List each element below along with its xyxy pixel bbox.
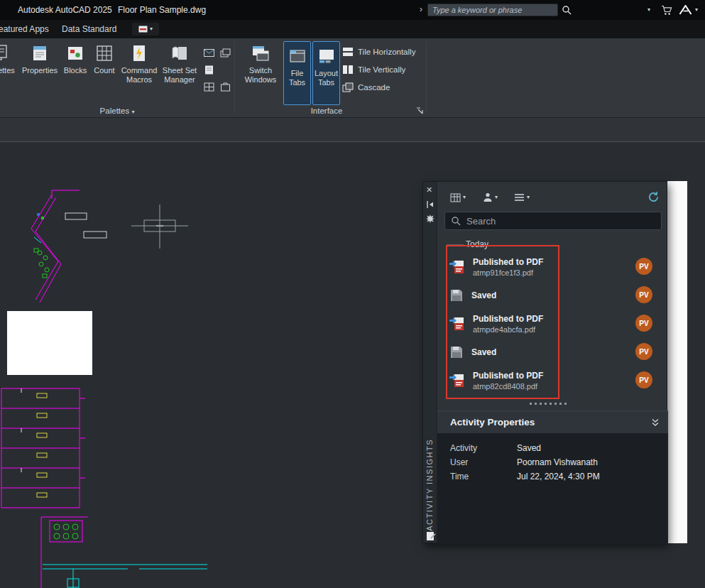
title-bar: Autodesk AutoCAD 2025 Floor Plan Sample.…: [0, 0, 705, 20]
properties-button[interactable]: Properties: [19, 43, 60, 75]
button-label: Count: [94, 66, 114, 75]
account-caret-icon[interactable]: ▾: [695, 7, 698, 13]
workspace-quick-tool-button[interactable]: ▾: [132, 23, 159, 36]
button-label: Properties: [22, 66, 58, 75]
sheet-palette-icon[interactable]: [204, 65, 214, 75]
activity-item[interactable]: Published to PDF atmp82cd8408.pdf: [449, 366, 623, 395]
avatar[interactable]: PV: [635, 371, 652, 388]
activity-item[interactable]: Saved: [449, 281, 623, 310]
interface-dialog-launcher-icon[interactable]: [416, 107, 423, 114]
blocks-button[interactable]: Blocks: [60, 43, 91, 75]
activity-file: atmpde4abcfa.pdf: [473, 325, 543, 334]
panel-label-text: Palettes: [100, 107, 130, 115]
tab-data-standard[interactable]: Data Standard: [62, 24, 116, 34]
layout-tabs-toggle-button[interactable]: Layout Tabs: [312, 41, 340, 105]
property-row: User Poornam Vishwanath: [437, 457, 668, 472]
cart-icon[interactable]: [661, 5, 673, 16]
file-tabs-toggle-button[interactable]: File Tabs: [283, 41, 311, 105]
menu-item-label: Tile Vertically: [358, 65, 405, 74]
ribbon-tab-bar: eatured Apps Data Standard ▾: [0, 20, 705, 38]
activity-file: atmp91fce1f3.pdf: [473, 268, 543, 277]
close-icon[interactable]: ✕: [426, 186, 432, 194]
help-search-input[interactable]: [427, 4, 558, 16]
palettes-panel-caret-icon: ▾: [131, 109, 134, 115]
command-macros-icon: [129, 43, 150, 64]
avatar[interactable]: PV: [635, 343, 652, 360]
autodesk-logo-icon[interactable]: [679, 5, 692, 15]
save-icon: [449, 288, 464, 303]
mail-palette-icon[interactable]: [204, 48, 214, 58]
paper-sheet-edge: [667, 181, 687, 543]
user-filter-caret-icon: ▾: [495, 195, 498, 200]
activity-search-box[interactable]: [444, 212, 662, 230]
activity-item[interactable]: Published to PDF atmpde4abcfa.pdf: [449, 310, 623, 338]
ribbon: ool ettes Properties Blocks Count Comman…: [0, 38, 705, 118]
property-value: Jul 22, 2024, 4:30 PM: [517, 472, 600, 481]
box-palette-icon[interactable]: [220, 82, 231, 92]
tile-vertically-item[interactable]: Tile Vertically: [342, 65, 405, 75]
activity-item[interactable]: Published to PDF atmp91fce1f3.pdf: [449, 253, 623, 281]
cascade-item[interactable]: Cascade: [342, 82, 390, 92]
tile-horizontally-item[interactable]: Tile Horizontally: [342, 47, 415, 57]
button-label: Layout Tabs: [313, 69, 339, 87]
switch-windows-icon: [250, 43, 271, 64]
interface-panel-label: Interface: [236, 107, 417, 115]
count-button[interactable]: Count: [90, 43, 119, 75]
search-expand-chevron-icon[interactable]: ›: [420, 4, 422, 14]
pdf-icon: [449, 372, 466, 389]
user-filter-button[interactable]: ▾: [483, 192, 498, 202]
tab-featured-apps[interactable]: eatured Apps: [0, 24, 49, 34]
activity-file: atmp82cd8408.pdf: [473, 382, 543, 391]
list-scroll-dots[interactable]: [530, 403, 567, 405]
activity-item[interactable]: Saved: [449, 338, 623, 366]
panel-separator: [234, 41, 235, 114]
image-thumbnail-icon: [138, 26, 148, 33]
group-label-today: Today: [466, 239, 488, 249]
group-divider-line: [447, 244, 464, 245]
button-label: ool ettes: [0, 66, 15, 75]
collapse-double-chevron-icon[interactable]: [651, 418, 660, 427]
avatar[interactable]: PV: [635, 286, 652, 303]
search-icon[interactable]: [562, 5, 572, 15]
button-label: Switch Windows: [240, 66, 281, 84]
palettes-panel-label[interactable]: Palettes ▾: [0, 107, 234, 115]
pdf-icon: [449, 315, 466, 332]
activity-properties-body: Activity Saved User Poornam Vishwanath T…: [437, 433, 668, 544]
sheet-set-manager-button[interactable]: Sheet Set Manager: [159, 43, 200, 84]
panel-label-text: Interface: [311, 107, 343, 115]
refresh-icon[interactable]: [647, 191, 660, 203]
activity-title: Saved: [471, 347, 496, 357]
activity-title: Saved: [471, 290, 496, 300]
activity-type-filter-button[interactable]: ▾: [514, 193, 530, 202]
tile-vertically-icon: [342, 65, 354, 75]
activity-search-input[interactable]: [465, 215, 655, 227]
palette-title-strip: ✕ ACTIVITY INSIGHTS: [423, 182, 437, 543]
file-tabs-icon: [287, 45, 308, 67]
switch-windows-button[interactable]: Switch Windows: [240, 43, 281, 84]
property-label: User: [450, 457, 468, 467]
date-range-filter-button[interactable]: ▾: [450, 192, 466, 202]
app-title: Autodesk AutoCAD 2025: [18, 5, 112, 15]
activity-title: Published to PDF: [473, 314, 543, 324]
titlebar-menu-caret-icon[interactable]: ▾: [647, 7, 650, 13]
save-icon: [449, 344, 464, 360]
blocks-icon: [65, 43, 86, 64]
command-macros-button[interactable]: Command Macros: [119, 43, 159, 84]
palette-settings-gear-icon[interactable]: [426, 214, 435, 223]
layers-palette-icon[interactable]: [220, 48, 231, 58]
grid-palette-icon[interactable]: [204, 82, 214, 92]
property-value: Poornam Vishwanath: [517, 457, 598, 467]
activity-properties-header[interactable]: Activity Properties: [437, 410, 668, 433]
avatar[interactable]: PV: [635, 315, 652, 332]
button-label: Blocks: [64, 66, 87, 75]
panel-separator: [426, 41, 427, 114]
layout-tabs-icon: [316, 45, 337, 67]
menu-item-label: Cascade: [358, 83, 390, 92]
document-title: Floor Plan Sample.dwg: [118, 5, 206, 15]
note-icon[interactable]: [426, 530, 436, 541]
avatar[interactable]: PV: [635, 258, 652, 275]
tool-palettes-button[interactable]: ool ettes: [0, 43, 20, 75]
property-label: Activity: [450, 443, 477, 453]
auto-hide-icon[interactable]: [426, 200, 435, 209]
tile-horizontally-icon: [342, 47, 354, 57]
